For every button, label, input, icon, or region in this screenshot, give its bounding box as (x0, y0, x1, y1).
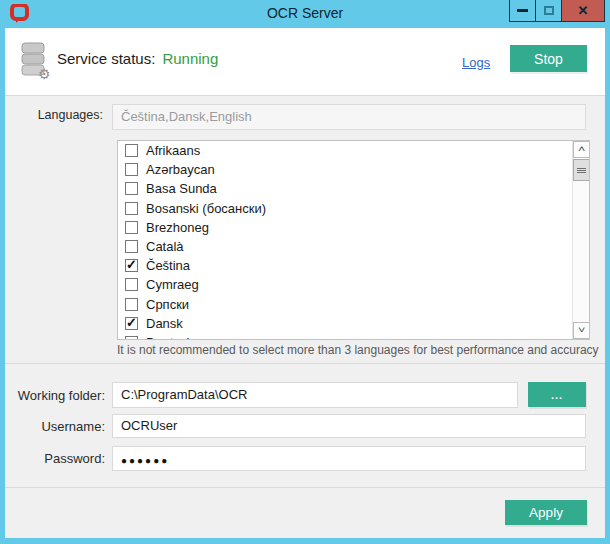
scroll-down-button[interactable]: ˅ (573, 322, 590, 339)
languages-list-viewport: AfrikaansAzərbaycanBasa SundaBosanski (б… (118, 141, 572, 339)
chevron-down-icon: ˅ (578, 326, 585, 335)
language-list-item[interactable]: Azərbaycan (118, 160, 572, 179)
username-label: Username: (5, 419, 105, 434)
minimize-icon (517, 9, 528, 12)
languages-listbox[interactable]: AfrikaansAzərbaycanBasa SundaBosanski (б… (117, 140, 590, 340)
language-label: Basa Sunda (146, 181, 217, 196)
language-list-item[interactable]: Cymraeg (118, 275, 572, 294)
maximize-icon (544, 6, 554, 15)
minimize-button[interactable] (509, 0, 536, 22)
scrollbar-thumb[interactable] (573, 159, 590, 181)
language-label: Deutsch (146, 335, 194, 339)
language-label: Bosanski (босански) (146, 201, 266, 216)
language-list-item[interactable]: Deutsch (118, 333, 572, 339)
language-label: Српски (146, 297, 189, 312)
language-checkbox[interactable] (125, 144, 138, 157)
language-list-item[interactable]: Čeština (118, 256, 572, 275)
language-label: Brezhoneg (146, 220, 209, 235)
language-list-item[interactable]: Català (118, 237, 572, 256)
language-list-item[interactable]: Bosanski (босански) (118, 199, 572, 218)
section-divider (5, 363, 605, 364)
working-folder-label: Working folder: (5, 388, 105, 403)
scroll-up-button[interactable]: ˄ (573, 141, 590, 158)
language-list-item[interactable]: Српски (118, 295, 572, 314)
maximize-button[interactable] (536, 0, 562, 22)
language-checkbox[interactable] (125, 278, 138, 291)
language-list-item[interactable]: Afrikaans (118, 141, 572, 160)
password-input[interactable]: ●●●●●● (112, 446, 586, 471)
service-status-value: Running (162, 50, 218, 67)
service-status-bar: ⚙ Service status: Running Logs Stop (5, 28, 605, 96)
language-checkbox[interactable] (125, 182, 138, 195)
language-label: Čeština (146, 258, 190, 273)
app-window: OCR Server ✕ ⚙ Service status: (0, 0, 610, 544)
stop-button[interactable]: Stop (510, 45, 587, 72)
language-list-item[interactable]: Dansk (118, 314, 572, 333)
service-status-label: Service status: (57, 50, 155, 67)
language-label: Cymraeg (146, 277, 199, 292)
language-checkbox[interactable] (125, 240, 138, 253)
database-gear-icon: ⚙ (19, 42, 51, 80)
languages-note: It is not recommended to select more tha… (117, 343, 590, 357)
language-checkbox[interactable] (125, 336, 138, 339)
languages-summary-field[interactable]: Čeština,Dansk,English (112, 104, 586, 130)
logs-link[interactable]: Logs (462, 55, 490, 70)
language-checkbox[interactable] (125, 259, 138, 272)
password-label: Password: (5, 451, 105, 466)
close-icon: ✕ (578, 4, 589, 17)
window-content: ⚙ Service status: Running Logs Stop Lang… (5, 28, 605, 538)
language-label: Dansk (146, 316, 183, 331)
language-checkbox[interactable] (125, 317, 138, 330)
languages-label: Languages: (5, 108, 103, 122)
language-label: Azərbaycan (146, 162, 215, 177)
window-titlebar[interactable]: OCR Server ✕ (0, 0, 610, 28)
language-label: Afrikaans (146, 143, 200, 158)
working-folder-input[interactable]: C:\ProgramData\OCR (112, 382, 518, 408)
chevron-up-icon: ˄ (578, 145, 585, 154)
scrollbar-grip-icon (577, 167, 586, 174)
username-input[interactable]: OCRUser (112, 414, 586, 438)
section-divider (5, 487, 605, 488)
language-checkbox[interactable] (125, 298, 138, 311)
language-checkbox[interactable] (125, 221, 138, 234)
svg-text:⚙: ⚙ (38, 66, 51, 80)
language-list-item[interactable]: Brezhoneg (118, 218, 572, 237)
language-checkbox[interactable] (125, 202, 138, 215)
language-list-item[interactable]: Basa Sunda (118, 179, 572, 198)
scrollbar[interactable]: ˄ ˅ (572, 141, 589, 339)
language-checkbox[interactable] (125, 163, 138, 176)
language-label: Català (146, 239, 184, 254)
apply-button[interactable]: Apply (505, 500, 587, 525)
browse-button[interactable]: ... (528, 382, 586, 407)
close-button[interactable]: ✕ (562, 0, 605, 22)
